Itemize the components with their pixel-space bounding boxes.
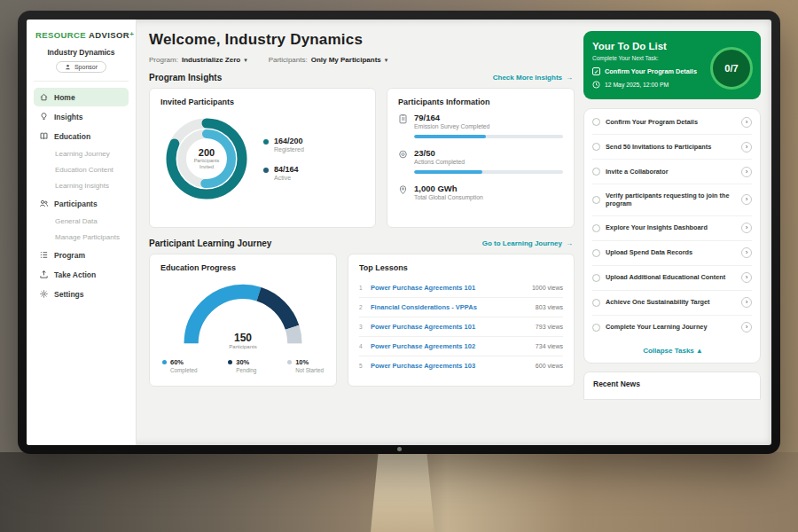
todo-next-task-label: Confirm Your Program Details	[605, 67, 697, 75]
sidebar-item-label: Education Content	[55, 166, 113, 174]
chevron-right-icon[interactable]: ›	[741, 223, 752, 233]
learning-cards-row: Education Progress 150 Participants	[149, 254, 575, 387]
chevron-right-icon[interactable]: ›	[741, 322, 752, 332]
stat-consumption: 1,000 GWh Total Global Consumption	[398, 184, 563, 200]
chevron-right-icon[interactable]: ›	[741, 272, 752, 283]
legend-active: 84/164 Active	[263, 165, 304, 181]
lesson-rank: 4	[359, 343, 364, 349]
sidebar: RESOURCEADVISOR+ Industry Dynamics Spons…	[27, 20, 137, 445]
pending-value: 30%	[236, 358, 256, 366]
task-upload-spend-data[interactable]: Upload Spend Data Records ›	[592, 241, 752, 266]
top-lessons-title: Top Lessons	[359, 263, 563, 272]
task-invite-collaborator[interactable]: Invite a Collaborator ›	[592, 160, 752, 184]
stat-value: 1,000 GWh	[414, 184, 483, 193]
education-gauge-chart: 150 Participants	[176, 278, 309, 351]
check-more-insights-link[interactable]: Check More Insights →	[493, 74, 573, 82]
invited-count-label: Participants Invited	[188, 158, 225, 170]
sidebar-item-insights[interactable]: Insights	[34, 107, 129, 126]
lesson-link[interactable]: Power Purchase Agreements 103	[371, 362, 475, 370]
task-checkbox[interactable]	[592, 224, 600, 232]
sponsor-badge-label: Sponsor	[74, 64, 98, 70]
task-send-invitations[interactable]: Send 50 Invitations to Participants ›	[592, 135, 752, 160]
chevron-right-icon[interactable]: ›	[741, 297, 752, 308]
book-icon	[39, 131, 49, 141]
sidebar-item-home[interactable]: Home	[34, 88, 129, 106]
todo-next-task[interactable]: ✓ Confirm Your Program Details	[592, 67, 697, 75]
go-to-learning-journey-link[interactable]: Go to Learning Journey →	[482, 239, 573, 247]
task-checkbox[interactable]	[592, 324, 600, 332]
task-checkbox[interactable]	[592, 299, 600, 307]
pending-dot	[228, 360, 232, 364]
lesson-row: 4 Power Purchase Agreements 102 734 view…	[359, 337, 563, 356]
participants-filter-label: Participants:	[269, 56, 308, 64]
power-led	[397, 447, 402, 451]
task-checkbox[interactable]	[592, 168, 600, 176]
task-upload-educational-content[interactable]: Upload Additional Educational Content ›	[592, 266, 752, 291]
lesson-row: 5 Power Purchase Agreements 103 600 view…	[359, 356, 563, 375]
task-verify-participants[interactable]: Verify participants requesting to join t…	[592, 184, 752, 216]
lesson-rank: 1	[359, 285, 364, 291]
active-value: 84/164	[274, 165, 299, 174]
lesson-link[interactable]: Power Purchase Agreements 101	[371, 284, 475, 292]
invited-donut-chart: 200 Participants Invited	[160, 113, 253, 205]
task-explore-insights[interactable]: Explore Your Insights Dashboard ›	[592, 216, 752, 241]
program-insights-header: Program Insights Check More Insights →	[149, 73, 573, 82]
collapse-tasks-label: Collapse Tasks	[643, 347, 694, 355]
lesson-row: 1 Power Purchase Agreements 101 1000 vie…	[359, 278, 563, 298]
lesson-row: 2 Financial Considerations - VPPAs 803 v…	[359, 298, 563, 317]
sidebar-item-learning-journey[interactable]: Learning Journey	[34, 146, 129, 161]
sidebar-item-learning-insights[interactable]: Learning Insights	[34, 178, 129, 193]
stat-label: Total Global Consumption	[414, 194, 483, 200]
task-checkbox[interactable]	[592, 196, 600, 204]
learning-journey-title: Participant Learning Journey	[149, 239, 271, 248]
chevron-right-icon[interactable]: ›	[741, 142, 752, 153]
sidebar-item-label: General Data	[55, 217, 98, 225]
sidebar-item-take-action[interactable]: Take Action	[34, 265, 129, 284]
recent-news-header: Recent News	[583, 372, 761, 400]
sidebar-item-participants[interactable]: Participants	[34, 194, 129, 213]
collapse-tasks-button[interactable]: Collapse Tasks ▴	[592, 340, 752, 362]
task-checkbox[interactable]	[592, 249, 600, 257]
task-label: Achieve One Sustainability Target	[606, 298, 736, 307]
sidebar-item-program[interactable]: Program	[34, 246, 129, 264]
lesson-link[interactable]: Financial Considerations - VPPAs	[371, 303, 477, 311]
lesson-link[interactable]: Power Purchase Agreements 101	[371, 323, 475, 331]
education-progress-card: Education Progress 150 Participants	[149, 254, 337, 387]
todo-panel: Your To Do List Complete Your Next Task:…	[580, 20, 771, 445]
program-filter[interactable]: Program: Industrialize Zero ▾	[149, 56, 247, 64]
task-complete-learning-journey[interactable]: Complete Your Learning Journey ›	[592, 316, 752, 340]
task-checkbox[interactable]	[592, 118, 600, 126]
task-checkbox[interactable]	[592, 274, 600, 282]
chevron-right-icon[interactable]: ›	[741, 247, 752, 258]
lesson-rank: 5	[359, 363, 364, 369]
task-label: Verify participants requesting to join t…	[606, 192, 736, 209]
chevron-right-icon[interactable]: ›	[741, 194, 752, 205]
task-confirm-program[interactable]: Confirm Your Program Details ›	[592, 110, 752, 135]
sidebar-item-manage-participants[interactable]: Manage Participants	[34, 230, 129, 245]
legend-not-started: 10% Not Started	[287, 358, 324, 373]
sidebar-item-education-content[interactable]: Education Content	[34, 162, 129, 177]
stat-label: Emission Survey Completed	[414, 123, 489, 129]
sidebar-item-general-data[interactable]: General Data	[34, 214, 129, 229]
stat-label: Actions Completed	[414, 159, 465, 165]
learning-journey-header: Participant Learning Journey Go to Learn…	[149, 239, 573, 248]
chevron-right-icon[interactable]: ›	[741, 117, 752, 128]
task-checkbox[interactable]	[592, 143, 600, 151]
active-dot	[263, 168, 269, 173]
sidebar-item-settings[interactable]: Settings	[34, 285, 129, 303]
sponsor-badge[interactable]: Sponsor	[56, 61, 106, 73]
not-started-label: Not Started	[295, 367, 324, 373]
clock-icon	[592, 81, 600, 89]
participants-filter[interactable]: Participants: Only My Participants ▾	[269, 56, 388, 64]
program-filter-label: Program:	[149, 56, 178, 64]
sidebar-item-education[interactable]: Education	[34, 127, 129, 145]
program-insights-title: Program Insights	[149, 73, 222, 82]
person-icon	[65, 64, 71, 70]
main-content: Welcome, Industry Dynamics Program: Indu…	[137, 20, 580, 445]
chevron-up-icon: ▴	[698, 347, 701, 355]
task-achieve-target[interactable]: Achieve One Sustainability Target ›	[592, 291, 752, 316]
chevron-right-icon[interactable]: ›	[741, 167, 752, 177]
lesson-link[interactable]: Power Purchase Agreements 102	[371, 342, 475, 350]
task-label: Send 50 Invitations to Participants	[606, 143, 736, 152]
registered-value: 164/200	[274, 137, 304, 145]
